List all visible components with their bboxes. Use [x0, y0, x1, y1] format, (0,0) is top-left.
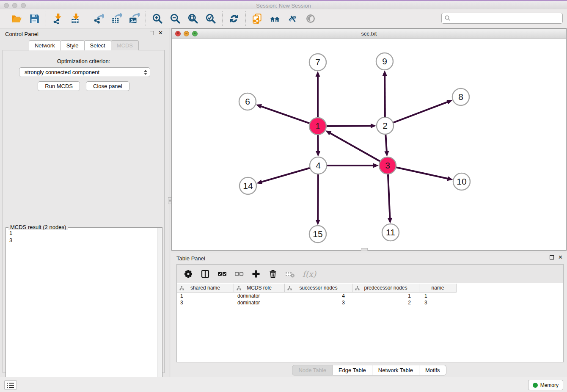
- delete-column-button[interactable]: [268, 269, 278, 279]
- split-view-icon: [201, 269, 210, 279]
- zoom-selected-button[interactable]: [205, 13, 217, 25]
- graph-edge-4-15[interactable]: [318, 173, 318, 221]
- show-eye-icon: [305, 13, 316, 24]
- tab-edge-table[interactable]: Edge Table: [333, 365, 372, 375]
- hide-panel-button[interactable]: [287, 13, 299, 25]
- zoom-fit-button[interactable]: [187, 13, 199, 25]
- graph-edge-1-6[interactable]: [260, 106, 311, 124]
- search-input[interactable]: [451, 15, 562, 22]
- control-panel-float-icon[interactable]: [150, 31, 154, 35]
- run-mcds-button[interactable]: Run MCDS: [38, 81, 80, 91]
- home-button[interactable]: [269, 13, 281, 25]
- import-table-button[interactable]: [69, 13, 81, 25]
- table-panel-float-icon[interactable]: [550, 255, 554, 259]
- table-cell[interactable]: 4: [285, 293, 352, 299]
- column-attribute-icon: [179, 286, 184, 292]
- table-panel-tabs: Node TableEdge TableNetwork TableMotifs: [171, 365, 567, 375]
- zoom-out-button[interactable]: [169, 13, 181, 25]
- column-attribute-icon: [355, 286, 360, 292]
- table-cell[interactable]: 3: [419, 299, 457, 306]
- graph-edge-arrow-1-4: [316, 151, 320, 157]
- column-header-MCDS-role[interactable]: MCDS role: [234, 284, 285, 293]
- graph-edge-3-1[interactable]: [330, 133, 381, 162]
- table-cell[interactable]: 1: [419, 293, 457, 299]
- hide-panel-icon: [287, 13, 298, 24]
- zoom-selected-icon: [205, 13, 216, 24]
- column-header-predecessor-nodes[interactable]: predecessor nodes: [352, 284, 419, 293]
- column-header-name[interactable]: name: [419, 284, 457, 293]
- list-icon: [7, 382, 14, 388]
- graph-node-label-8: 8: [458, 92, 463, 102]
- graph-node-label-15: 15: [313, 229, 322, 239]
- export-table-icon: [111, 13, 122, 24]
- refresh-layout-button[interactable]: [228, 13, 240, 25]
- graph-edge-2-8[interactable]: [392, 102, 448, 123]
- deselect-all-button[interactable]: [234, 269, 244, 279]
- open-file-button[interactable]: [11, 13, 22, 25]
- horizontal-splitter-grip[interactable]: [361, 248, 368, 251]
- mcds-result-lines: 13: [9, 229, 12, 244]
- graph-node-label-14: 14: [243, 181, 253, 190]
- table-cell[interactable]: 3: [285, 299, 352, 306]
- control-panel-close-icon[interactable]: ✕: [158, 31, 163, 35]
- graph-edge-2-9[interactable]: [385, 75, 385, 118]
- tab-network-table[interactable]: Network Table: [372, 365, 419, 375]
- status-bar: Memory: [0, 377, 567, 392]
- control-panel-tabs: NetworkStyleSelectMCDS: [0, 40, 167, 50]
- export-image-button[interactable]: [128, 13, 140, 25]
- graph-edge-3-10[interactable]: [395, 167, 449, 179]
- optimization-criterion-select[interactable]: strongly connected component: [19, 67, 150, 77]
- save-session-button[interactable]: [28, 13, 40, 25]
- table-panel-close-icon[interactable]: ✕: [558, 255, 563, 259]
- select-all-button[interactable]: [217, 269, 227, 279]
- delete-table-button: [285, 269, 295, 279]
- split-view-button[interactable]: [200, 269, 210, 279]
- graph-edge-arrow-4-15: [316, 220, 320, 225]
- clone-network-button[interactable]: [251, 13, 263, 25]
- import-table-icon: [70, 13, 81, 24]
- import-network-button[interactable]: [52, 13, 63, 25]
- close-panel-button[interactable]: Close panel: [86, 81, 129, 91]
- graph-edge-arrow-1-7: [316, 71, 320, 77]
- control-panel: Control Panel ✕ NetworkStyleSelectMCDS O…: [0, 28, 167, 377]
- column-header-shared-name[interactable]: shared name: [177, 284, 234, 293]
- table-cell[interactable]: 1: [177, 293, 234, 299]
- tab-motifs[interactable]: Motifs: [419, 365, 446, 375]
- column-header-successor-nodes[interactable]: successor nodes: [285, 284, 352, 293]
- table-cell[interactable]: 1: [352, 293, 419, 299]
- memory-button[interactable]: Memory: [528, 380, 563, 390]
- network-window-titlebar[interactable]: ✕ − + scc.txt: [172, 29, 566, 39]
- table-row[interactable]: 1dominator411: [177, 293, 563, 299]
- table-cell[interactable]: dominator: [234, 293, 285, 299]
- table-cell[interactable]: 3: [177, 299, 234, 306]
- control-tab-style[interactable]: Style: [61, 40, 85, 50]
- graph-edge-3-11[interactable]: [388, 173, 390, 219]
- zoom-fit-icon: [187, 13, 198, 24]
- export-table-button[interactable]: [110, 13, 122, 25]
- mcds-result-scrollbar[interactable]: [157, 228, 162, 388]
- table-cell[interactable]: dominator: [234, 299, 285, 306]
- zoom-in-button[interactable]: [151, 13, 163, 25]
- tab-node-table[interactable]: Node Table: [292, 365, 333, 375]
- graph-edge-arrow-2-9: [383, 70, 387, 76]
- settings-button[interactable]: [183, 269, 193, 279]
- export-network-button[interactable]: [93, 13, 105, 25]
- graph-edge-1-2[interactable]: [325, 126, 372, 126]
- table-cell[interactable]: 2: [352, 299, 419, 306]
- table-row[interactable]: 3dominator323: [177, 299, 563, 306]
- network-canvas[interactable]: 7968124314101511: [172, 39, 566, 250]
- add-column-icon: [251, 269, 261, 279]
- show-eye-button[interactable]: [305, 13, 317, 25]
- mcds-result-box: MCDS result (2 nodes) 13: [6, 227, 162, 389]
- graph-node-label-9: 9: [382, 56, 387, 66]
- control-tab-mcds[interactable]: MCDS: [111, 40, 139, 50]
- search-box[interactable]: [441, 13, 563, 24]
- graph-edge-2-3[interactable]: [385, 133, 387, 152]
- task-history-button[interactable]: [4, 380, 17, 390]
- graph-edge-4-14[interactable]: [261, 168, 311, 182]
- control-tab-network[interactable]: Network: [29, 40, 61, 50]
- control-tab-select[interactable]: Select: [84, 40, 111, 50]
- add-column-button[interactable]: [251, 269, 261, 279]
- graph-edge-arrow-1-2: [371, 124, 376, 128]
- graph-edge-arrow-3-11: [388, 218, 392, 224]
